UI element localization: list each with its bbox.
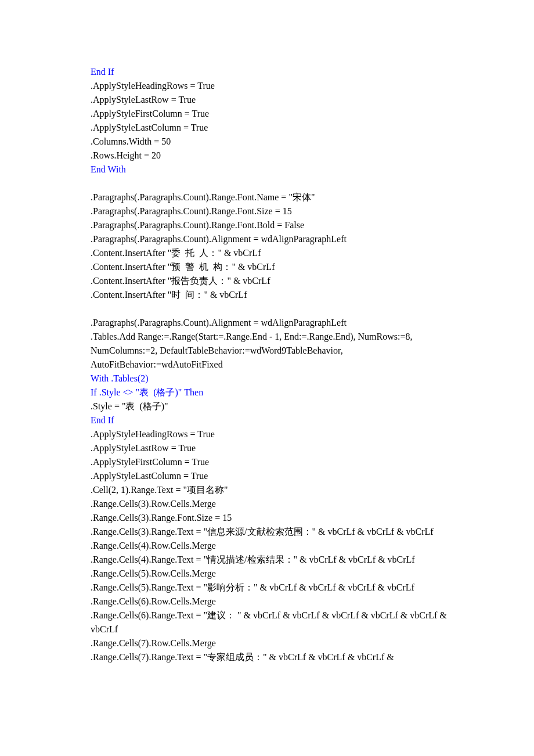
code-line: .ApplyStyleLastColumn = True xyxy=(91,469,476,483)
code-line xyxy=(91,177,476,190)
code-line: .Content.InsertAfter "报告负责人：" & vbCrLf xyxy=(91,274,476,288)
code-line: .Paragraphs(.Paragraphs.Count).Range.Fon… xyxy=(91,218,476,232)
code-line: End With xyxy=(91,163,476,177)
code-line: .Paragraphs(.Paragraphs.Count).Alignment… xyxy=(91,232,476,246)
code-line: With .Tables(2) xyxy=(91,372,476,386)
code-line: .Range.Cells(6).Row.Cells.Merge xyxy=(91,595,476,609)
code-line: .Range.Cells(7).Row.Cells.Merge xyxy=(91,636,476,650)
code-line: .Content.InsertAfter "预 警 机 构：" & vbCrLf xyxy=(91,260,476,274)
code-line: .Cell(2, 1).Range.Text = "项目名称" xyxy=(91,483,476,497)
code-line: .Columns.Width = 50 xyxy=(91,135,476,149)
code-line: .ApplyStyleFirstColumn = True xyxy=(91,455,476,469)
code-line: .Paragraphs(.Paragraphs.Count).Alignment… xyxy=(91,316,476,330)
code-line: .Range.Cells(6).Range.Text = "建议： " & vb… xyxy=(91,609,476,636)
code-line: If .Style <> "表 (格子)" Then xyxy=(91,386,476,399)
code-line: .Paragraphs(.Paragraphs.Count).Range.Fon… xyxy=(91,204,476,218)
code-block: End If.ApplyStyleHeadingRows = True.Appl… xyxy=(91,65,476,664)
code-line: End If xyxy=(91,65,476,79)
code-line: .Content.InsertAfter "委 托 人：" & vbCrLf xyxy=(91,246,476,260)
code-line: .ApplyStyleFirstColumn = True xyxy=(91,107,476,121)
code-line: .Range.Cells(7).Range.Text = "专家组成员：" & … xyxy=(91,650,476,664)
code-line: .Paragraphs(.Paragraphs.Count).Range.Fon… xyxy=(91,190,476,204)
document-page: End If.ApplyStyleHeadingRows = True.Appl… xyxy=(0,0,534,687)
code-line: .Range.Cells(3).Range.Text = "信息来源/文献检索范… xyxy=(91,525,476,539)
code-line: .Rows.Height = 20 xyxy=(91,149,476,163)
code-line: .ApplyStyleLastRow = True xyxy=(91,441,476,455)
code-line: .Tables.Add Range:=.Range(Start:=.Range.… xyxy=(91,330,476,372)
code-line: .ApplyStyleHeadingRows = True xyxy=(91,79,476,93)
code-line: .Range.Cells(3).Range.Font.Size = 15 xyxy=(91,511,476,525)
code-line: .Range.Cells(5).Range.Text = "影响分析：" & v… xyxy=(91,581,476,595)
code-line: .Range.Cells(3).Row.Cells.Merge xyxy=(91,497,476,511)
code-line: .ApplyStyleLastColumn = True xyxy=(91,121,476,135)
code-line: .Range.Cells(4).Row.Cells.Merge xyxy=(91,539,476,553)
code-line: End If xyxy=(91,413,476,427)
code-line: .Range.Cells(4).Range.Text = "情况描述/检索结果：… xyxy=(91,553,476,567)
code-line: .Style = "表 (格子)" xyxy=(91,399,476,413)
code-line xyxy=(91,302,476,316)
code-line: .Content.InsertAfter "时 间：" & vbCrLf xyxy=(91,288,476,302)
code-line: .ApplyStyleLastRow = True xyxy=(91,93,476,107)
code-line: .ApplyStyleHeadingRows = True xyxy=(91,427,476,441)
code-line: .Range.Cells(5).Row.Cells.Merge xyxy=(91,567,476,581)
